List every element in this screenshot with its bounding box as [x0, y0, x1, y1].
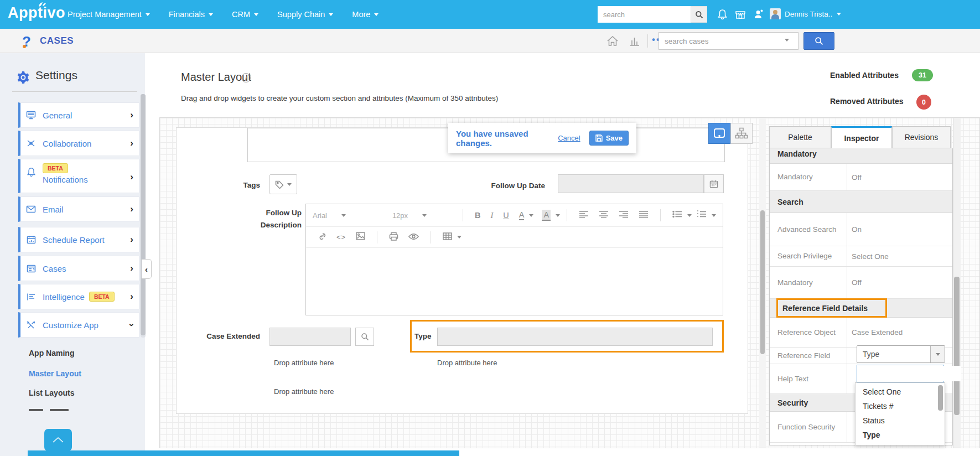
nav-project-management[interactable]: Project Management	[68, 10, 150, 19]
tab-inspector[interactable]: Inspector	[831, 126, 892, 148]
preview-eye-icon[interactable]	[408, 232, 419, 242]
referrals-person-icon[interactable]	[752, 8, 765, 21]
desktop-view-toggle[interactable]	[708, 123, 730, 144]
follow-up-date-input[interactable]	[558, 174, 704, 193]
bullet-list-icon[interactable]	[672, 210, 682, 220]
sidebar-subitem-clipped[interactable]	[29, 403, 69, 413]
sidebar-collapse-handle[interactable]: ‹	[142, 259, 152, 279]
inspector-row-mandatory-2[interactable]: MandatoryOff	[770, 267, 952, 299]
reference-field-details-highlight: Reference Field Details	[776, 298, 887, 318]
sidebar-subitem-app-naming[interactable]: App Naming	[29, 349, 74, 357]
nav-financials[interactable]: Financials	[169, 10, 213, 19]
align-justify-icon[interactable]	[639, 210, 649, 220]
divider	[12, 91, 137, 92]
source-code-button[interactable]: <>	[336, 233, 346, 241]
global-search-button[interactable]	[691, 6, 707, 23]
case-search-input[interactable]	[658, 32, 798, 50]
numbered-list-icon[interactable]	[697, 210, 707, 220]
underline-button[interactable]: U	[503, 211, 509, 220]
select-arrow-button[interactable]	[930, 346, 945, 362]
chevron-down-icon[interactable]	[529, 214, 533, 217]
scroll-to-top-button[interactable]	[44, 429, 72, 451]
drop-zone-hint[interactable]: Drop attribute here	[437, 359, 497, 367]
tags-picker-button[interactable]	[269, 174, 297, 194]
dropdown-scrollbar-thumb[interactable]	[938, 385, 943, 411]
store-icon[interactable]	[734, 8, 747, 21]
font-size-select[interactable]: 12px	[392, 211, 443, 220]
drop-zone-hint[interactable]: Drop attribute here	[274, 387, 334, 396]
sidebar-item-collaboration[interactable]: Collaboration›	[18, 131, 139, 156]
italic-button[interactable]: I	[490, 211, 493, 220]
dropdown-search-input[interactable]	[857, 366, 961, 381]
tab-palette[interactable]: Palette	[769, 126, 831, 148]
chevron-down-icon[interactable]	[457, 236, 462, 239]
tab-revisions[interactable]: Revisions	[892, 126, 951, 148]
reports-chart-icon[interactable]	[628, 34, 641, 48]
panel-scrollbar-thumb[interactable]	[954, 277, 960, 415]
user-menu[interactable]: Dennis Trista..	[785, 10, 841, 18]
inspector-row-advanced-search[interactable]: Advanced SearchOn	[770, 213, 952, 246]
case-extended-label: Case Extended	[183, 332, 260, 340]
bottom-bar	[28, 450, 459, 456]
inspector-row-reference-object[interactable]: Reference ObjectCase Extended	[770, 318, 952, 348]
highlight-color-button[interactable]: A	[542, 210, 551, 221]
inspector-row-search-privilege[interactable]: Search PrivilegeSelect One	[770, 246, 952, 267]
sidebar-item-email[interactable]: Email›	[18, 196, 139, 222]
sidebar-item-customize-app[interactable]: Customize App ›	[18, 312, 139, 338]
global-search-input[interactable]	[598, 6, 691, 23]
option-tickets[interactable]: Tickets #	[863, 402, 894, 411]
chevron-down-icon	[146, 13, 150, 16]
inspector-row-mandatory[interactable]: MandatoryOff	[770, 164, 952, 191]
case-extended-lookup-button[interactable]	[355, 328, 374, 346]
sidebar-item-cases[interactable]: Cases›	[18, 256, 139, 281]
image-icon[interactable]	[356, 232, 365, 242]
align-right-icon[interactable]	[619, 210, 629, 220]
top-navigation-bar: Apptivo Project Management Financials CR…	[0, 0, 980, 29]
align-center-icon[interactable]	[599, 210, 609, 220]
print-icon[interactable]	[389, 232, 398, 243]
option-status[interactable]: Status	[863, 416, 885, 425]
save-button[interactable]: Save	[589, 131, 629, 146]
case-search-button[interactable]	[803, 32, 834, 50]
calendar-button[interactable]	[704, 174, 724, 193]
drop-zone-hint[interactable]: Drop attribute here	[274, 359, 334, 367]
info-icon[interactable]: i	[241, 73, 251, 82]
text-color-button[interactable]: A	[519, 210, 525, 220]
sidebar-item-schedule-report[interactable]: Schedule Report›	[18, 227, 139, 252]
sidebar-title: Settings	[35, 69, 77, 82]
sidebar-scrollbar-thumb[interactable]	[141, 94, 146, 335]
user-avatar[interactable]	[770, 8, 781, 19]
bold-button[interactable]: B	[475, 211, 480, 220]
sidebar-item-intelligence[interactable]: Intelligence BETA ›	[18, 284, 139, 309]
align-left-icon[interactable]	[579, 210, 589, 220]
notifications-bell-icon[interactable]	[715, 8, 729, 21]
font-family-select[interactable]: Arial	[313, 211, 379, 220]
table-icon[interactable]	[443, 232, 452, 242]
option-select-one[interactable]: Select One	[863, 387, 901, 396]
editor-content-area[interactable]	[306, 248, 723, 314]
sidebar-subitem-list-layouts[interactable]: List Layouts	[29, 388, 74, 397]
case-extended-input[interactable]	[269, 328, 351, 346]
reference-field-options-list: Select One Tickets # Status Type	[855, 382, 945, 445]
sidebar-item-notifications[interactable]: BETA Notifications ›	[18, 159, 139, 193]
chevron-down-icon[interactable]	[556, 214, 560, 217]
chevron-down-icon[interactable]	[687, 214, 692, 217]
home-icon[interactable]	[606, 34, 619, 48]
sitemap-view-toggle[interactable]	[730, 123, 753, 144]
chevron-right-icon: ›	[130, 138, 133, 149]
nav-more[interactable]: More	[352, 10, 378, 19]
enabled-attributes-badge: 31	[912, 69, 933, 81]
link-icon[interactable]	[318, 232, 326, 243]
sidebar-item-general[interactable]: General›	[18, 102, 139, 128]
reference-field-select[interactable]: Type	[857, 345, 945, 363]
nav-crm[interactable]: CRM	[232, 10, 258, 19]
cancel-link[interactable]: Cancel	[558, 134, 580, 142]
nav-supply-chain[interactable]: Supply Chain	[277, 10, 333, 19]
canvas-scrollbar-thumb[interactable]	[760, 210, 765, 354]
save-floppy-icon	[595, 134, 603, 142]
search-options-chevron-icon[interactable]	[785, 39, 789, 42]
chevron-down-icon[interactable]	[712, 214, 716, 217]
removed-attributes-label: Removed Attributes	[830, 97, 904, 106]
sidebar-subitem-master-layout[interactable]: Master Layout	[29, 369, 81, 378]
option-type[interactable]: Type	[863, 431, 880, 439]
